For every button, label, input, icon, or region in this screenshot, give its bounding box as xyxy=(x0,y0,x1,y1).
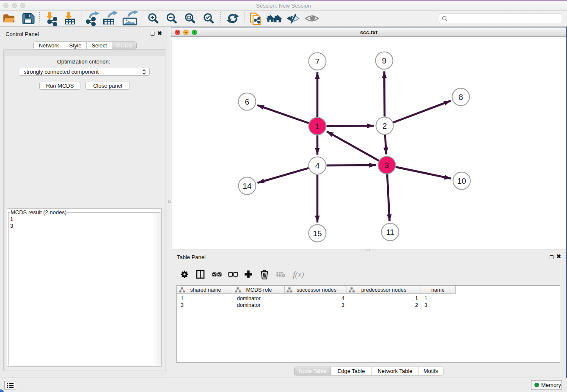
svg-text:4: 4 xyxy=(315,161,320,170)
svg-text:7: 7 xyxy=(315,57,320,66)
svg-text:1: 1 xyxy=(315,122,320,131)
svg-text:11: 11 xyxy=(386,228,394,237)
svg-text:14: 14 xyxy=(242,182,252,190)
svg-text:shared name: shared name xyxy=(190,287,221,293)
svg-text:10: 10 xyxy=(457,177,466,185)
svg-text:6: 6 xyxy=(245,97,250,106)
svg-text:predecessor nodes: predecessor nodes xyxy=(361,287,406,293)
svg-text:f(x): f(x) xyxy=(293,270,304,279)
svg-text:MCDS role: MCDS role xyxy=(246,287,272,293)
svg-text:3: 3 xyxy=(385,161,389,170)
svg-text:15: 15 xyxy=(313,229,322,238)
svg-text:9: 9 xyxy=(382,56,387,65)
svg-text:2: 2 xyxy=(383,121,387,130)
svg-text:successor nodes: successor nodes xyxy=(297,287,336,293)
svg-text:name: name xyxy=(431,287,444,293)
svg-text:8: 8 xyxy=(459,93,463,102)
